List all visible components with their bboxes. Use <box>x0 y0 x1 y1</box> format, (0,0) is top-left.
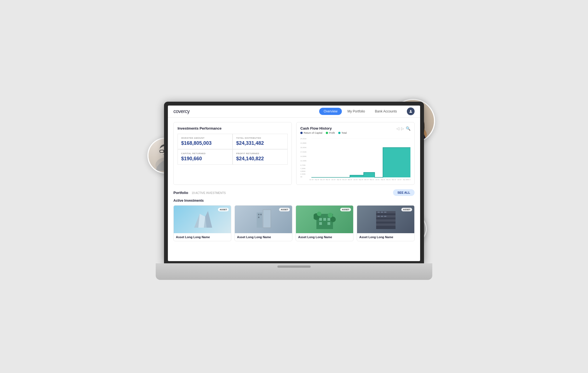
main-grid: Investments Performance INVESTED AMOUNT … <box>173 122 415 185</box>
svg-rect-79 <box>381 216 383 217</box>
app-header: covercy Overview My Portfolio Bank Accou… <box>168 106 420 118</box>
laptop-screen-border: covercy Overview My Portfolio Bank Accou… <box>164 102 424 263</box>
legend-return-of-capital: Return of Capital <box>300 132 322 134</box>
asset-name-1: Asset Long Long Name <box>174 233 231 241</box>
asset-card-2[interactable]: ASSET Asset Long Long Name <box>235 205 292 241</box>
chart-title: Cash Flow History <box>300 126 347 130</box>
legend-profit: Profit <box>326 132 335 134</box>
svg-rect-66 <box>323 218 326 221</box>
asset-card-1[interactable]: ASSET Asset Long Long Name <box>173 205 231 241</box>
asset-badge-4: ASSET <box>401 208 412 211</box>
asset-name-2: Asset Long Long Name <box>235 233 292 241</box>
svg-text:Sep 20: Sep 20 <box>359 178 363 180</box>
metric-distributed-value: $24,331,482 <box>236 140 284 146</box>
chart-svg: 24,331K 21,898K 18,465K 17,032K 14,599K … <box>300 136 410 181</box>
asset-image-1: ASSET <box>174 206 231 233</box>
svg-rect-57 <box>258 214 259 215</box>
svg-text:Sep 22: Sep 22 <box>403 178 407 180</box>
metric-profit-value: $24,140,822 <box>236 156 284 162</box>
svg-text:9,733K: 9,733K <box>300 164 306 166</box>
svg-rect-76 <box>381 212 383 213</box>
svg-text:4,866K: 4,866K <box>300 170 306 172</box>
legend-label-profit: Profit <box>329 132 335 134</box>
svg-text:24,331K: 24,331K <box>300 138 306 139</box>
asset-card-3[interactable]: ASSET Asset Long Long Name <box>296 205 353 241</box>
legend-dot-total <box>338 132 340 134</box>
asset-badge-1: ASSET <box>218 208 229 211</box>
app-logo: covercy <box>173 109 190 114</box>
investments-panel: Investments Performance INVESTED AMOUNT … <box>173 122 292 185</box>
nav-tabs: Overview My Portfolio Bank Accounts <box>319 108 401 115</box>
chart-control-back[interactable]: ◁ <box>396 126 399 131</box>
svg-text:Dec 22: Dec 22 <box>407 178 410 180</box>
svg-text:Dec 19: Dec 19 <box>342 178 347 180</box>
svg-text:21,898K: 21,898K <box>300 142 306 144</box>
chart-controls[interactable]: ◁ ▷ 🔍 <box>396 126 410 131</box>
portfolio-subtitle: 19 ACTIVE INVESTMENTS <box>192 191 226 195</box>
svg-rect-53 <box>191 208 214 230</box>
asset-name-4: Asset Long Long Name <box>357 233 414 241</box>
legend-dot-return <box>300 132 303 134</box>
svg-text:Mar 20: Mar 20 <box>348 178 352 180</box>
metric-capital-label: CAPITAL RETURNED <box>181 152 229 155</box>
logo-text: covercy <box>173 109 190 114</box>
svg-text:Mar 19: Mar 19 <box>326 178 330 180</box>
svg-point-63 <box>317 212 321 216</box>
portfolio-title: Portfolio <box>173 191 188 195</box>
chart-area: 24,331K 21,898K 18,465K 17,032K 14,599K … <box>300 136 410 181</box>
svg-rect-55 <box>263 210 271 228</box>
svg-rect-77 <box>384 212 386 213</box>
chart-legend: Return of Capital Profit T <box>300 132 347 134</box>
scene: covercy Overview My Portfolio Bank Accou… <box>147 93 441 280</box>
metric-invested-label: INVESTED AMOUNT <box>181 137 229 139</box>
asset-badge-3: ASSET <box>340 208 351 211</box>
svg-rect-69 <box>327 222 330 225</box>
metric-profit-returned: PROFIT RETURNED $24,140,822 <box>233 149 288 165</box>
asset-badge-2: ASSET <box>279 208 290 211</box>
legend-label-return: Return of Capital <box>304 132 322 134</box>
user-icon[interactable] <box>407 107 415 115</box>
metric-profit-label: PROFIT RETURNED <box>236 152 284 155</box>
svg-text:Jun 18: Jun 18 <box>309 178 313 180</box>
chart-control-forward[interactable]: ▷ <box>401 126 404 131</box>
svg-text:Sep 19: Sep 19 <box>337 178 341 180</box>
legend-label-total: Total <box>342 132 347 134</box>
svg-text:Jun 22: Jun 22 <box>397 178 402 180</box>
investments-panel-title: Investments Performance <box>178 126 288 130</box>
app-content: Investments Performance INVESTED AMOUNT … <box>168 118 420 261</box>
tab-my-portfolio[interactable]: My Portfolio <box>343 108 369 115</box>
metric-invested-amount: INVESTED AMOUNT $168,805,003 <box>178 134 233 149</box>
svg-rect-75 <box>378 212 380 213</box>
svg-rect-59 <box>258 217 259 218</box>
svg-rect-68 <box>319 222 322 225</box>
asset-name-3: Asset Long Long Name <box>296 233 353 241</box>
svg-text:Dec 20: Dec 20 <box>364 178 369 180</box>
svg-rect-67 <box>327 218 330 221</box>
tab-overview[interactable]: Overview <box>319 108 342 115</box>
svg-text:0K: 0K <box>300 176 302 177</box>
laptop-body: covercy Overview My Portfolio Bank Accou… <box>164 102 424 280</box>
asset-card-4[interactable]: ASSET Asset Long Long Name <box>357 205 415 241</box>
svg-rect-74 <box>376 224 396 226</box>
assets-grid: ASSET Asset Long Long Name <box>173 205 415 241</box>
see-all-button[interactable]: SEE ALL <box>393 189 415 196</box>
svg-text:Mar 22: Mar 22 <box>392 178 396 180</box>
svg-rect-80 <box>384 216 386 217</box>
chart-control-zoom[interactable]: 🔍 <box>406 126 410 131</box>
asset-image-2: ASSET <box>235 206 292 233</box>
asset-image-4: ASSET <box>357 206 414 233</box>
legend-dot-profit <box>326 132 328 134</box>
tab-bank-accounts[interactable]: Bank Accounts <box>371 108 401 115</box>
svg-rect-73 <box>376 219 396 222</box>
metric-invested-value: $168,805,003 <box>181 140 229 146</box>
svg-rect-78 <box>378 216 380 217</box>
svg-text:Jun 21: Jun 21 <box>375 178 379 180</box>
svg-text:Sep 18: Sep 18 <box>315 178 319 180</box>
svg-rect-65 <box>319 218 322 221</box>
svg-text:12,166K: 12,166K <box>300 160 306 161</box>
metric-capital-value: $190,660 <box>181 156 229 162</box>
laptop-base <box>156 263 432 280</box>
svg-text:7,299K: 7,299K <box>300 167 306 169</box>
svg-text:14,599K: 14,599K <box>300 155 306 157</box>
laptop-screen: covercy Overview My Portfolio Bank Accou… <box>168 106 420 261</box>
